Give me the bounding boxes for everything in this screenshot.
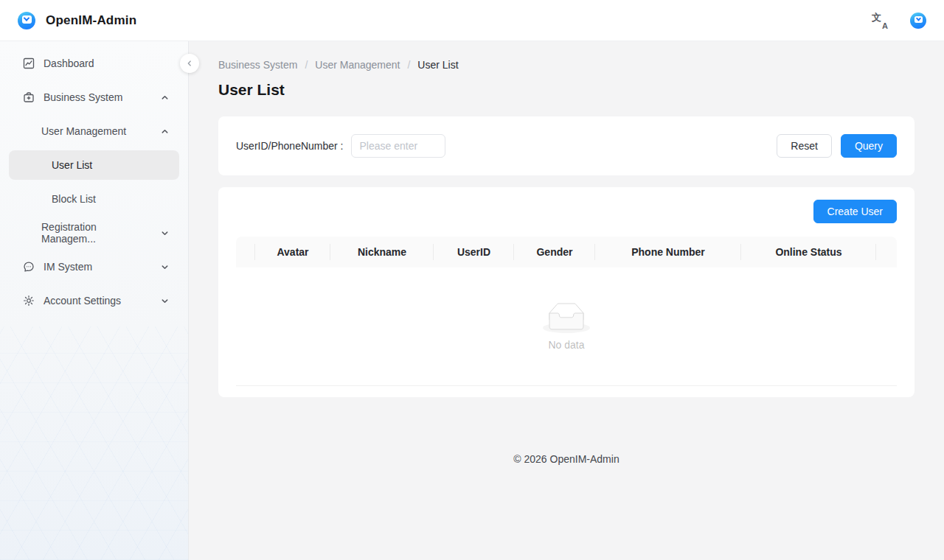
chevron-down-icon bbox=[161, 229, 169, 237]
sidebar-item-block-list[interactable]: Block List bbox=[9, 184, 179, 214]
empty-box-icon bbox=[543, 303, 590, 333]
chevron-up-icon bbox=[161, 127, 169, 136]
sidebar-item-dashboard[interactable]: Dashboard bbox=[9, 49, 179, 78]
user-avatar[interactable] bbox=[910, 13, 926, 29]
sidebar-item-registration-management[interactable]: Registration Managem... bbox=[9, 218, 179, 248]
sidebar-menu: Dashboard Business System User Managemen… bbox=[0, 49, 188, 315]
search-card: UserID/PhoneNumber : Reset Query bbox=[218, 116, 914, 175]
sidebar-item-label: Business System bbox=[44, 91, 122, 103]
table-header-gender: Gender bbox=[514, 237, 595, 267]
user-table-card: Create User Avatar Nickname UserID Gende… bbox=[218, 187, 914, 397]
reset-button[interactable]: Reset bbox=[777, 134, 832, 158]
table-header-avatar: Avatar bbox=[255, 237, 330, 267]
table-header-spacer bbox=[236, 237, 255, 267]
table-header-userid: UserID bbox=[434, 237, 514, 267]
query-button[interactable]: Query bbox=[841, 134, 897, 158]
no-data-text: No data bbox=[548, 339, 584, 351]
app-title: OpenIM-Admin bbox=[46, 13, 136, 28]
breadcrumb-separator: / bbox=[305, 59, 308, 71]
sidebar-item-user-management[interactable]: User Management bbox=[9, 116, 179, 146]
sidebar: Dashboard Business System User Managemen… bbox=[0, 41, 189, 560]
sidebar-item-label: IM System bbox=[44, 261, 92, 273]
breadcrumb-business-system[interactable]: Business System bbox=[218, 59, 297, 71]
sidebar-item-label: Block List bbox=[52, 193, 96, 205]
sidebar-item-label: Dashboard bbox=[44, 57, 94, 69]
table-header-nickname: Nickname bbox=[330, 237, 434, 267]
footer-copyright: © 2026 OpenIM-Admin bbox=[218, 453, 914, 465]
dashboard-chart-icon bbox=[22, 57, 35, 70]
search-input[interactable] bbox=[351, 134, 445, 158]
sidebar-item-label: Registration Managem... bbox=[41, 221, 152, 245]
sidebar-collapse-button[interactable] bbox=[180, 54, 199, 73]
sidebar-item-label: Account Settings bbox=[44, 295, 121, 307]
sidebar-item-user-list[interactable]: User List bbox=[9, 150, 179, 180]
sidebar-item-account-settings[interactable]: Account Settings bbox=[9, 286, 179, 315]
table-header-row: Avatar Nickname UserID Gender Phone Numb… bbox=[236, 237, 897, 267]
search-field-label: UserID/PhoneNumber : bbox=[236, 140, 344, 152]
sidebar-item-im-system[interactable]: IM System bbox=[9, 252, 179, 281]
breadcrumb-user-list: User List bbox=[417, 59, 458, 71]
breadcrumb: Business System / User Management / User… bbox=[218, 59, 914, 71]
briefcase-icon bbox=[22, 91, 35, 104]
chevron-left-icon bbox=[186, 60, 193, 67]
table-header-spacer bbox=[876, 237, 897, 267]
sidebar-item-business-system[interactable]: Business System bbox=[9, 83, 179, 112]
table-header-online-status: Online Status bbox=[741, 237, 876, 267]
openim-logo-icon bbox=[18, 12, 35, 29]
table-empty-state: No data bbox=[236, 267, 897, 386]
chat-bubble-icon bbox=[22, 261, 35, 273]
breadcrumb-separator: / bbox=[407, 59, 410, 71]
table-header-phone-number: Phone Number bbox=[595, 237, 741, 267]
top-header: OpenIM-Admin 文 A bbox=[0, 0, 944, 41]
page-title: User List bbox=[218, 81, 914, 99]
chevron-down-icon bbox=[161, 297, 169, 305]
gear-icon bbox=[22, 295, 35, 307]
breadcrumb-user-management[interactable]: User Management bbox=[315, 59, 400, 71]
chevron-up-icon bbox=[161, 94, 169, 102]
sidebar-item-label: User Management bbox=[41, 125, 126, 137]
chevron-down-icon bbox=[161, 263, 169, 271]
sidebar-item-label: User List bbox=[52, 159, 92, 171]
main-content: Business System / User Management / User… bbox=[189, 0, 944, 465]
language-translate-icon[interactable]: 文 A bbox=[872, 13, 888, 29]
create-user-button[interactable]: Create User bbox=[813, 200, 897, 223]
